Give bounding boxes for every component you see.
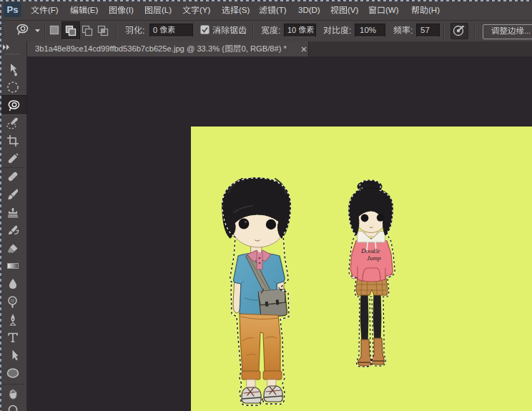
svg-text:(E): (E): [87, 6, 99, 14]
svg-text:(S): (S): [239, 6, 250, 14]
svg-text:(T): (T): [276, 6, 287, 14]
svg-text:(W): (W): [385, 6, 399, 14]
svg-text:57: 57: [420, 26, 430, 34]
svg-text:(I): (I): [126, 6, 134, 14]
svg-text::: :: [410, 26, 413, 36]
svg-text:10%: 10%: [360, 26, 376, 34]
svg-text:3b1a48e89ce14cd99ffbd536b7cb62: 3b1a48e89ce14cd99ffbd536b7cb625e.jpg @ 3…: [35, 44, 225, 53]
svg-text:0, RGB/8#) *: 0, RGB/8#) *: [242, 44, 287, 53]
svg-text::: :: [278, 26, 280, 36]
svg-text:...: ...: [524, 26, 531, 35]
svg-text:Jump: Jump: [367, 254, 381, 262]
svg-text:Doodle: Doodle: [360, 247, 380, 254]
svg-text:10: 10: [287, 26, 296, 34]
svg-text:(V): (V): [348, 6, 359, 14]
svg-text:(F): (F): [48, 6, 59, 14]
svg-text::: :: [349, 26, 351, 36]
svg-text:(Y): (Y): [200, 6, 211, 14]
svg-text:0: 0: [153, 26, 157, 34]
svg-text::: :: [142, 26, 144, 36]
svg-text:(H): (H): [428, 6, 440, 14]
svg-text:(L): (L): [162, 6, 172, 14]
svg-text:3D(D): 3D(D): [298, 6, 320, 14]
